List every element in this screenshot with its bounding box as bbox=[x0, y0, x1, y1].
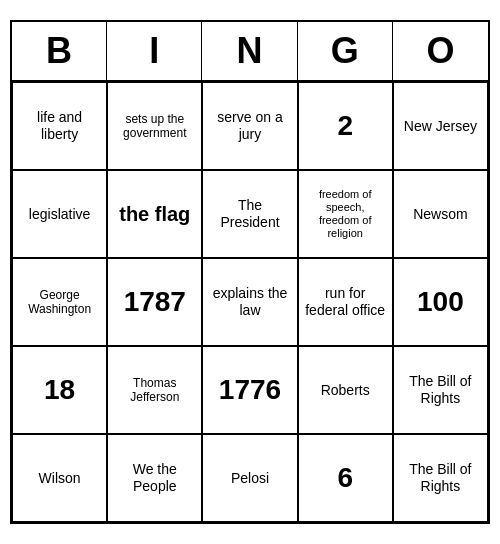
bingo-cell: Newsom bbox=[393, 170, 488, 258]
bingo-cell: life and liberty bbox=[12, 82, 107, 170]
bingo-header: BINGO bbox=[12, 22, 488, 82]
bingo-cell: legislative bbox=[12, 170, 107, 258]
bingo-cell: 1787 bbox=[107, 258, 202, 346]
bingo-cell: Wilson bbox=[12, 434, 107, 522]
header-letter: I bbox=[107, 22, 202, 80]
bingo-cell: Roberts bbox=[298, 346, 393, 434]
bingo-card: BINGO life and libertysets up the govern… bbox=[10, 20, 490, 524]
header-letter: O bbox=[393, 22, 488, 80]
header-letter: N bbox=[202, 22, 297, 80]
bingo-cell: Thomas Jefferson bbox=[107, 346, 202, 434]
bingo-cell: George Washington bbox=[12, 258, 107, 346]
bingo-cell: freedom of speech, freedom of religion bbox=[298, 170, 393, 258]
bingo-cell: 100 bbox=[393, 258, 488, 346]
bingo-cell: The Bill of Rights bbox=[393, 346, 488, 434]
bingo-cell: The Bill of Rights bbox=[393, 434, 488, 522]
bingo-cell: serve on a jury bbox=[202, 82, 297, 170]
bingo-cell: explains the law bbox=[202, 258, 297, 346]
bingo-cell: 18 bbox=[12, 346, 107, 434]
bingo-cell: The President bbox=[202, 170, 297, 258]
header-letter: B bbox=[12, 22, 107, 80]
bingo-grid: life and libertysets up the governmentse… bbox=[12, 82, 488, 522]
bingo-cell: 2 bbox=[298, 82, 393, 170]
bingo-cell: We the People bbox=[107, 434, 202, 522]
bingo-cell: sets up the government bbox=[107, 82, 202, 170]
bingo-cell: run for federal office bbox=[298, 258, 393, 346]
header-letter: G bbox=[298, 22, 393, 80]
bingo-cell: Pelosi bbox=[202, 434, 297, 522]
bingo-cell: the flag bbox=[107, 170, 202, 258]
bingo-cell: 1776 bbox=[202, 346, 297, 434]
bingo-cell: New Jersey bbox=[393, 82, 488, 170]
bingo-cell: 6 bbox=[298, 434, 393, 522]
